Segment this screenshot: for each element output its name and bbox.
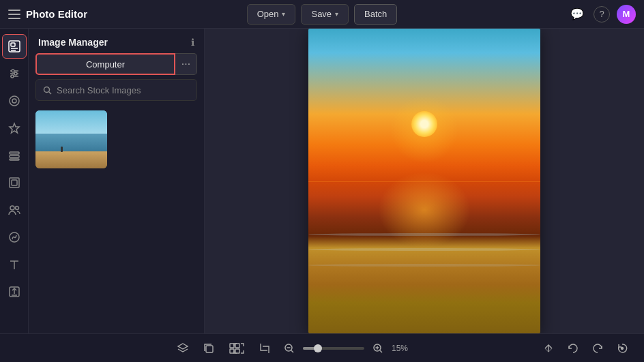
svg-point-11 <box>12 99 16 103</box>
redo-button[interactable] <box>587 337 609 359</box>
fit-view-icon[interactable] <box>228 337 250 359</box>
panel-buttons: Computer ··· <box>29 53 204 75</box>
sidebar-item-adjustments[interactable] <box>2 61 27 86</box>
svg-rect-15 <box>10 159 19 160</box>
svg-marker-28 <box>178 344 188 349</box>
search-stock-button[interactable]: Search Stock Images <box>35 79 197 101</box>
svg-rect-29 <box>206 346 213 352</box>
image-manager-panel: Image Manager ℹ Computer ··· Search Stoc… <box>29 29 205 333</box>
icon-sidebar <box>0 29 29 333</box>
svg-point-8 <box>14 72 17 75</box>
main-canvas-image <box>308 29 540 333</box>
copy-tool-icon[interactable] <box>198 337 220 359</box>
svg-line-40 <box>380 350 382 352</box>
computer-button[interactable]: Computer <box>35 53 175 75</box>
svg-point-26 <box>44 87 50 92</box>
panel-title: Image Manager <box>38 37 108 48</box>
topbar-center: Open ▾ Save ▾ Batch <box>247 4 398 25</box>
undo-button[interactable] <box>562 337 584 359</box>
panel-header: Image Manager ℹ <box>29 29 204 53</box>
canvas-image <box>308 29 540 333</box>
sidebar-item-images[interactable] <box>2 34 27 59</box>
sidebar-item-frames[interactable] <box>2 170 27 195</box>
app-title: Photo Editor <box>26 8 87 20</box>
svg-marker-12 <box>10 123 19 133</box>
svg-rect-17 <box>12 180 17 185</box>
crop-icon[interactable] <box>254 337 276 359</box>
topbar: Photo Editor Open ▾ Save ▾ Batch 💬 ? M <box>0 0 644 29</box>
svg-rect-14 <box>10 155 19 157</box>
svg-point-9 <box>11 75 14 78</box>
comment-icon[interactable]: 💬 <box>568 5 587 24</box>
svg-line-27 <box>49 91 52 94</box>
canvas-area[interactable] <box>205 29 644 333</box>
menu-icon[interactable] <box>8 10 20 19</box>
thumbnail-image <box>35 110 107 168</box>
svg-rect-13 <box>10 152 19 154</box>
sidebar-item-text[interactable] <box>2 252 27 277</box>
svg-rect-16 <box>10 178 19 187</box>
info-icon[interactable]: ℹ <box>191 37 194 48</box>
zoom-controls: 15% <box>228 337 416 359</box>
sidebar-item-export[interactable] <box>2 280 27 304</box>
open-button[interactable]: Open ▾ <box>247 4 296 25</box>
zoom-in-button[interactable] <box>368 339 387 358</box>
flip-icon[interactable] <box>538 337 559 359</box>
open-chevron: ▾ <box>282 10 285 18</box>
main-content: Image Manager ℹ Computer ··· Search Stoc… <box>0 29 644 333</box>
sidebar-item-ai[interactable] <box>2 116 27 140</box>
bottom-toolbar: 15% <box>0 333 644 362</box>
sidebar-item-layers[interactable] <box>2 143 27 168</box>
more-options-button[interactable]: ··· <box>175 53 197 75</box>
save-button[interactable]: Save ▾ <box>301 4 349 25</box>
zoom-out-button[interactable] <box>280 339 299 358</box>
search-icon <box>43 86 52 95</box>
svg-point-10 <box>10 96 19 106</box>
history-tools <box>538 337 633 359</box>
help-icon[interactable]: ? <box>594 6 610 22</box>
topbar-left: Photo Editor <box>8 8 247 20</box>
reset-button[interactable] <box>611 337 633 359</box>
zoom-slider[interactable] <box>303 347 364 350</box>
search-stock-label: Search Stock Images <box>57 85 141 95</box>
svg-line-36 <box>291 350 293 352</box>
svg-point-18 <box>10 206 14 210</box>
sidebar-item-watermark[interactable] <box>2 225 27 250</box>
zoom-percentage: 15% <box>392 344 416 353</box>
save-chevron: ▾ <box>335 10 338 18</box>
thumbnail-item[interactable] <box>35 110 107 168</box>
batch-button[interactable]: Batch <box>354 4 397 25</box>
svg-point-7 <box>12 70 14 72</box>
svg-point-42 <box>621 347 624 349</box>
topbar-right: 💬 ? M <box>397 5 636 24</box>
thumbnail-area <box>29 108 204 171</box>
avatar[interactable]: M <box>617 5 636 24</box>
svg-rect-1 <box>11 43 15 46</box>
sidebar-item-effects[interactable] <box>2 89 27 113</box>
sidebar-item-people[interactable] <box>2 198 27 222</box>
layers-tool-icon[interactable] <box>172 337 194 359</box>
svg-point-19 <box>15 207 18 210</box>
